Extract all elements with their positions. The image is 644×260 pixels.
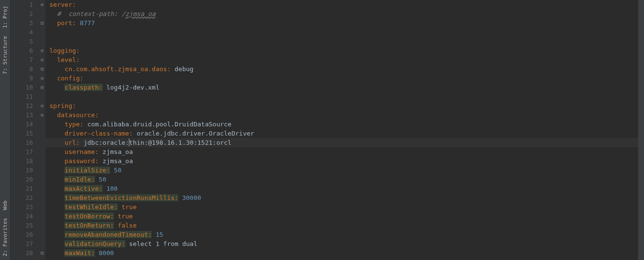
fold-marker — [39, 221, 46, 230]
code-line[interactable]: password: zjmsa_oa — [49, 156, 638, 166]
line-number[interactable]: 6 — [11, 46, 33, 55]
code-line[interactable]: cn.com.ahsoft.zjmsa_oa.daos: debug — [49, 64, 638, 74]
line-number[interactable]: 27 — [11, 239, 33, 248]
fold-marker — [39, 92, 46, 101]
fold-marker — [39, 184, 46, 193]
line-number[interactable]: 17 — [11, 147, 33, 156]
fold-marker — [39, 28, 46, 37]
sidebar-tab-structure[interactable]: 7: Structure — [1, 32, 9, 78]
code-line[interactable] — [49, 92, 638, 101]
line-number-gutter[interactable]: 1234567891011121314151617181920212223242… — [11, 0, 39, 260]
fold-marker — [39, 37, 46, 46]
fold-marker[interactable]: ⊖ — [39, 55, 46, 64]
fold-marker — [39, 138, 46, 147]
sidebar-tab-favorites[interactable]: 2: Favorites — [1, 214, 9, 260]
line-number[interactable]: 24 — [11, 212, 33, 221]
line-number[interactable]: 11 — [11, 92, 33, 101]
line-number[interactable]: 10 — [11, 83, 33, 92]
code-line[interactable]: server: — [49, 0, 638, 9]
code-line[interactable]: classpath: log4j2-dev.xml — [49, 83, 638, 92]
fold-marker — [39, 147, 46, 156]
fold-marker — [39, 120, 46, 129]
code-line[interactable]: level: — [49, 55, 638, 64]
code-line[interactable]: url: jdbc:oracle:thin:@198.16.1.30:1521:… — [46, 138, 638, 147]
fold-marker[interactable]: ⊖ — [39, 0, 46, 9]
code-line[interactable]: testOnBorrow: true — [49, 212, 638, 221]
line-number[interactable]: 4 — [11, 28, 33, 37]
fold-marker[interactable]: ⊖ — [39, 101, 46, 110]
line-number[interactable]: 13 — [11, 110, 33, 120]
tool-window-bar: 1: Proj 7: Structure Web 2: Favorites — [0, 0, 11, 260]
code-line[interactable]: username: zjmsa_oa — [49, 147, 638, 156]
line-number[interactable]: 22 — [11, 193, 33, 202]
fold-marker — [39, 193, 46, 202]
line-number[interactable]: 12 — [11, 101, 33, 110]
code-line[interactable]: type: com.alibaba.druid.pool.DruidDataSo… — [49, 120, 638, 129]
fold-marker[interactable]: ⊟ — [39, 83, 46, 92]
line-number[interactable]: 26 — [11, 230, 33, 239]
code-line[interactable]: minIdle: 50 — [49, 175, 638, 184]
line-number[interactable]: 21 — [11, 184, 33, 193]
fold-gutter[interactable]: ⊖⊟⊖⊖⊟⊖⊟⊖⊖⊟ — [39, 0, 46, 260]
code-line[interactable] — [49, 37, 638, 46]
code-line[interactable] — [49, 28, 638, 37]
fold-marker — [39, 212, 46, 221]
code-line[interactable]: spring: — [49, 101, 638, 110]
text-caret — [129, 138, 129, 146]
code-line[interactable]: initialSize: 50 — [49, 166, 638, 175]
fold-marker — [39, 9, 46, 18]
code-line[interactable]: # context-path: /zjmsa_oa — [49, 9, 638, 18]
code-line[interactable]: logging: — [49, 46, 638, 55]
code-line[interactable]: driver-class-name: oracle.jdbc.driver.Or… — [49, 129, 638, 138]
fold-marker — [39, 129, 46, 138]
fold-marker[interactable]: ⊟ — [39, 248, 46, 258]
code-line[interactable]: maxActive: 100 — [49, 184, 638, 193]
line-number[interactable]: 7 — [11, 55, 33, 64]
fold-marker[interactable]: ⊟ — [39, 64, 46, 74]
line-number[interactable]: 2 — [11, 9, 33, 18]
line-number[interactable]: 1 — [11, 0, 33, 9]
line-number[interactable]: 20 — [11, 175, 33, 184]
scrollbar[interactable] — [638, 0, 644, 260]
line-number[interactable]: 16 — [11, 138, 33, 147]
line-number[interactable]: 25 — [11, 221, 33, 230]
fold-marker — [39, 156, 46, 166]
fold-marker — [39, 230, 46, 239]
line-number[interactable]: 8 — [11, 64, 33, 74]
fold-marker — [39, 239, 46, 248]
fold-marker — [39, 175, 46, 184]
fold-marker — [39, 166, 46, 175]
editor: 1234567891011121314151617181920212223242… — [11, 0, 644, 260]
code-line[interactable]: removeAbandonedTimeout: 15 — [49, 230, 638, 239]
code-area[interactable]: server: # context-path: /zjmsa_oa port: … — [46, 0, 638, 260]
sidebar-tab-project[interactable]: 1: Proj — [1, 2, 9, 32]
code-line[interactable]: datasource: — [49, 110, 638, 120]
line-number[interactable]: 19 — [11, 166, 33, 175]
line-number[interactable]: 15 — [11, 129, 33, 138]
fold-marker[interactable]: ⊟ — [39, 18, 46, 28]
fold-marker[interactable]: ⊖ — [39, 74, 46, 83]
code-line[interactable]: testOnReturn: false — [49, 221, 638, 230]
line-number[interactable]: 5 — [11, 37, 33, 46]
fold-marker[interactable]: ⊖ — [39, 110, 46, 120]
fold-marker — [39, 202, 46, 212]
line-number[interactable]: 23 — [11, 202, 33, 212]
fold-marker[interactable]: ⊖ — [39, 46, 46, 55]
code-line[interactable]: validationQuery: select 1 from dual — [49, 239, 638, 248]
code-line[interactable]: testWhileIdle: true — [49, 202, 638, 212]
line-number[interactable]: 9 — [11, 74, 33, 83]
line-number[interactable]: 3 — [11, 18, 33, 28]
code-line[interactable]: config: — [49, 74, 638, 83]
line-number[interactable]: 28 — [11, 248, 33, 258]
code-line[interactable]: port: 8777 — [49, 18, 638, 28]
line-number[interactable]: 14 — [11, 120, 33, 129]
code-line[interactable]: timeBetweenEvictionRunsMillis: 30000 — [49, 193, 638, 202]
sidebar-tab-web[interactable]: Web — [1, 197, 9, 214]
line-number[interactable]: 18 — [11, 156, 33, 166]
code-line[interactable]: maxWait: 8000 — [49, 248, 638, 258]
